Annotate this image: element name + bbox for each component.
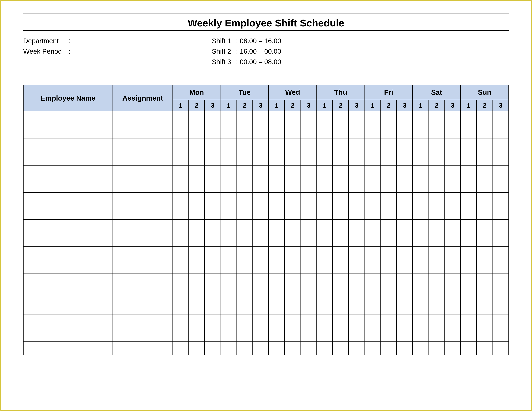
cell-shift[interactable] — [445, 287, 461, 301]
cell-assignment[interactable] — [113, 233, 172, 247]
cell-shift[interactable] — [445, 152, 461, 165]
cell-shift[interactable] — [381, 260, 397, 274]
cell-shift[interactable] — [381, 287, 397, 301]
cell-shift[interactable] — [332, 260, 349, 274]
cell-shift[interactable] — [365, 206, 381, 220]
cell-shift[interactable] — [237, 220, 253, 233]
cell-shift[interactable] — [237, 274, 253, 287]
cell-shift[interactable] — [332, 287, 349, 301]
cell-shift[interactable] — [317, 260, 332, 274]
cell-shift[interactable] — [221, 233, 237, 247]
cell-shift[interactable] — [253, 220, 269, 233]
cell-shift[interactable] — [285, 314, 301, 328]
cell-shift[interactable] — [413, 152, 428, 165]
cell-shift[interactable] — [237, 341, 253, 355]
cell-shift[interactable] — [332, 152, 349, 165]
cell-shift[interactable] — [365, 341, 381, 355]
cell-shift[interactable] — [493, 341, 509, 355]
cell-shift[interactable] — [269, 233, 285, 247]
cell-employee-name[interactable] — [23, 233, 113, 247]
cell-shift[interactable] — [476, 341, 493, 355]
cell-shift[interactable] — [365, 192, 381, 206]
cell-shift[interactable] — [349, 314, 364, 328]
cell-assignment[interactable] — [113, 125, 172, 138]
cell-shift[interactable] — [189, 165, 205, 179]
cell-shift[interactable] — [269, 192, 285, 206]
cell-shift[interactable] — [413, 314, 428, 328]
cell-shift[interactable] — [285, 341, 301, 355]
cell-shift[interactable] — [413, 220, 428, 233]
cell-shift[interactable] — [221, 111, 237, 125]
cell-shift[interactable] — [237, 165, 253, 179]
cell-shift[interactable] — [301, 247, 317, 260]
cell-shift[interactable] — [349, 247, 364, 260]
cell-shift[interactable] — [237, 206, 253, 220]
cell-shift[interactable] — [461, 287, 476, 301]
cell-shift[interactable] — [381, 220, 397, 233]
cell-employee-name[interactable] — [23, 274, 113, 287]
cell-shift[interactable] — [189, 220, 205, 233]
cell-shift[interactable] — [237, 125, 253, 138]
cell-assignment[interactable] — [113, 301, 172, 314]
cell-shift[interactable] — [237, 301, 253, 314]
cell-shift[interactable] — [221, 260, 237, 274]
cell-shift[interactable] — [429, 341, 445, 355]
cell-shift[interactable] — [301, 233, 317, 247]
cell-shift[interactable] — [189, 328, 205, 341]
cell-shift[interactable] — [381, 125, 397, 138]
cell-shift[interactable] — [332, 165, 349, 179]
cell-shift[interactable] — [429, 111, 445, 125]
cell-shift[interactable] — [189, 287, 205, 301]
cell-assignment[interactable] — [113, 165, 172, 179]
cell-shift[interactable] — [445, 260, 461, 274]
cell-shift[interactable] — [365, 111, 381, 125]
cell-shift[interactable] — [189, 138, 205, 152]
cell-shift[interactable] — [397, 287, 413, 301]
cell-shift[interactable] — [173, 152, 189, 165]
cell-shift[interactable] — [413, 111, 428, 125]
cell-shift[interactable] — [429, 274, 445, 287]
cell-shift[interactable] — [493, 328, 509, 341]
cell-shift[interactable] — [285, 220, 301, 233]
cell-shift[interactable] — [349, 301, 364, 314]
cell-shift[interactable] — [221, 287, 237, 301]
cell-shift[interactable] — [317, 301, 332, 314]
cell-shift[interactable] — [349, 341, 364, 355]
cell-shift[interactable] — [365, 247, 381, 260]
cell-shift[interactable] — [205, 301, 220, 314]
cell-shift[interactable] — [445, 111, 461, 125]
cell-shift[interactable] — [476, 287, 493, 301]
cell-shift[interactable] — [205, 206, 220, 220]
cell-shift[interactable] — [173, 125, 189, 138]
cell-shift[interactable] — [269, 328, 285, 341]
cell-shift[interactable] — [397, 179, 413, 192]
cell-shift[interactable] — [349, 260, 364, 274]
cell-shift[interactable] — [301, 287, 317, 301]
cell-shift[interactable] — [461, 314, 476, 328]
cell-assignment[interactable] — [113, 220, 172, 233]
cell-shift[interactable] — [493, 138, 509, 152]
cell-shift[interactable] — [301, 111, 317, 125]
cell-shift[interactable] — [285, 138, 301, 152]
cell-shift[interactable] — [301, 152, 317, 165]
cell-assignment[interactable] — [113, 341, 172, 355]
cell-shift[interactable] — [221, 206, 237, 220]
cell-shift[interactable] — [253, 274, 269, 287]
cell-shift[interactable] — [221, 165, 237, 179]
cell-shift[interactable] — [349, 111, 364, 125]
cell-assignment[interactable] — [113, 287, 172, 301]
cell-shift[interactable] — [317, 274, 332, 287]
cell-shift[interactable] — [269, 152, 285, 165]
cell-employee-name[interactable] — [23, 192, 113, 206]
cell-shift[interactable] — [301, 192, 317, 206]
cell-shift[interactable] — [381, 314, 397, 328]
cell-shift[interactable] — [397, 247, 413, 260]
cell-shift[interactable] — [381, 111, 397, 125]
cell-shift[interactable] — [397, 328, 413, 341]
cell-employee-name[interactable] — [23, 314, 113, 328]
cell-shift[interactable] — [173, 179, 189, 192]
cell-shift[interactable] — [381, 138, 397, 152]
cell-shift[interactable] — [349, 125, 364, 138]
cell-shift[interactable] — [429, 287, 445, 301]
cell-shift[interactable] — [413, 301, 428, 314]
